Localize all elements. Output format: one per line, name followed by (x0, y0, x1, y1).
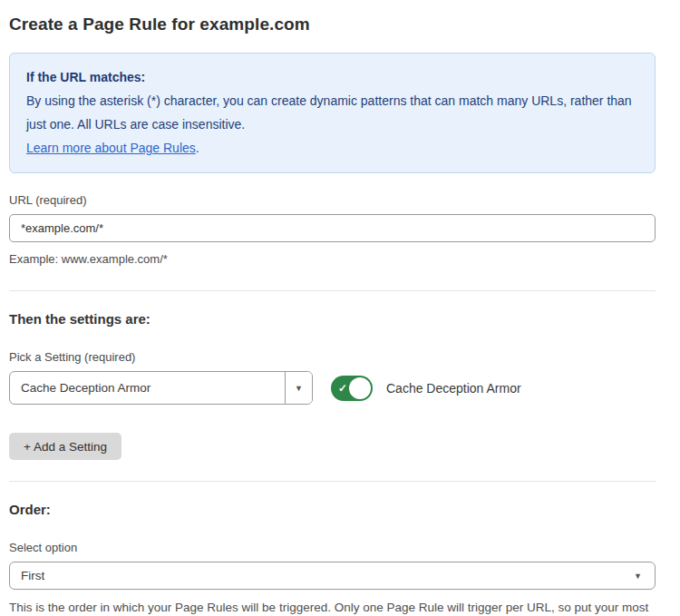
info-box-body: By using the asterisk (*) character, you… (26, 89, 638, 160)
url-example-text: Example: www.example.com/* (9, 249, 656, 269)
toggle-label: Cache Deception Armor (386, 381, 521, 396)
info-box-heading: If the URL matches: (26, 65, 638, 89)
page-title: Create a Page Rule for example.com (9, 15, 656, 34)
info-box-text: By using the asterisk (*) character, you… (26, 93, 632, 132)
create-page-rule-form: Create a Page Rule for example.com If th… (0, 0, 665, 616)
setting-row: Cache Deception Armor ▼ ✓ Cache Deceptio… (9, 371, 656, 405)
chevron-down-icon: ▼ (295, 384, 303, 393)
order-section-heading: Order: (9, 502, 656, 517)
divider (9, 290, 656, 291)
setting-dropdown-arrow-button[interactable]: ▼ (285, 372, 312, 404)
order-select-value: First (21, 569, 44, 582)
divider (9, 481, 656, 482)
chevron-down-icon: ▼ (634, 572, 642, 581)
toggle-knob (349, 377, 371, 399)
pick-setting-label: Pick a Setting (required) (9, 350, 656, 364)
order-select[interactable]: First ▼ (9, 562, 656, 590)
url-field-label: URL (required) (9, 193, 656, 207)
link-period: . (196, 141, 199, 155)
add-setting-button[interactable]: + Add a Setting (9, 433, 121, 460)
order-select-label: Select option (9, 541, 656, 554)
url-input[interactable] (9, 214, 656, 242)
cache-deception-armor-toggle[interactable]: ✓ (331, 376, 373, 401)
order-helper-text: This is the order in which your Page Rul… (9, 597, 656, 616)
learn-more-link[interactable]: Learn more about Page Rules (26, 141, 196, 155)
settings-section-heading: Then the settings are: (9, 311, 656, 327)
check-icon: ✓ (338, 382, 347, 395)
url-match-info-box: If the URL matches: By using the asteris… (9, 53, 656, 173)
setting-dropdown[interactable]: Cache Deception Armor ▼ (9, 371, 313, 405)
setting-dropdown-value: Cache Deception Armor (10, 372, 285, 404)
